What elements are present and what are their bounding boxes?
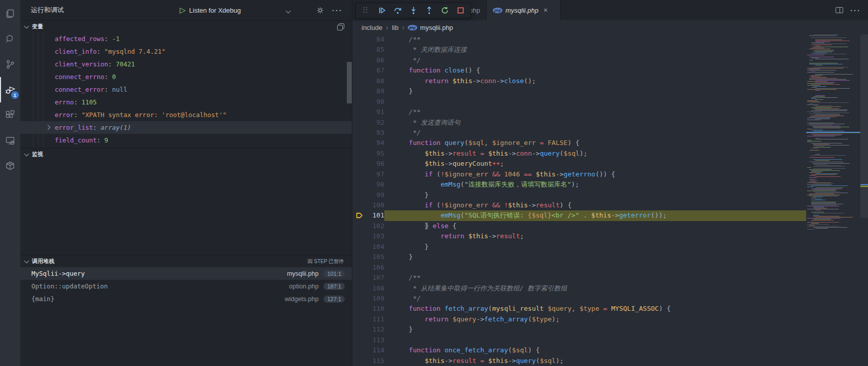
chevron-right-icon[interactable] (46, 125, 51, 130)
code-line-106[interactable]: 106 (352, 263, 868, 273)
scrollbar-slider[interactable] (860, 34, 868, 218)
line-number[interactable]: 103 (352, 231, 384, 241)
editor-more-actions-icon[interactable]: ··· (850, 6, 861, 15)
line-number[interactable]: 110 (352, 304, 384, 314)
line-number[interactable]: 106 (352, 263, 384, 273)
code-line-115[interactable]: 115 $this->result = $this->query($sql); (352, 356, 868, 366)
code-line-100[interactable]: 100 if (!$ignore_err && !$this->result) … (352, 200, 868, 210)
variable-row-error[interactable]: error: "XPATH syntax error: 'root@localh… (20, 108, 352, 121)
line-number[interactable]: 100 (352, 200, 384, 210)
line-number[interactable]: 115 (352, 356, 384, 366)
line-number[interactable]: 105 (352, 252, 384, 262)
code-line-89[interactable]: 89 } (352, 86, 868, 96)
variable-row-client_version[interactable]: client_version: 70421 (20, 58, 352, 70)
step-over-button[interactable] (391, 4, 404, 17)
code-line-102[interactable]: 102 } else { (352, 221, 868, 231)
variables-section-header[interactable]: 变量 (20, 20, 352, 32)
line-number[interactable]: 84 (352, 34, 384, 45)
minimap[interactable] (806, 34, 860, 366)
variable-row-errno[interactable]: errno: 1105 (20, 96, 352, 108)
line-number[interactable]: 97 (352, 169, 384, 179)
activity-item-extensions[interactable] (0, 102, 20, 128)
line-number[interactable]: 87 (352, 65, 384, 76)
continue-button[interactable] (375, 4, 388, 17)
line-number[interactable]: 95 (352, 149, 384, 159)
stop-button[interactable] (454, 4, 467, 17)
line-number[interactable]: 98 (352, 179, 384, 190)
code-line-87[interactable]: 87 function close() { (352, 65, 868, 76)
breadcrumb-folder[interactable]: lib (392, 24, 399, 31)
collapse-all-icon[interactable] (337, 23, 344, 30)
line-number[interactable]: 111 (352, 314, 384, 324)
activity-item-search[interactable] (0, 26, 20, 52)
line-number[interactable]: 113 (352, 335, 384, 345)
code-line-84[interactable]: 84 /** (352, 34, 868, 45)
variable-row-error_list[interactable]: error_list: array(1) (20, 121, 352, 134)
variable-row-field_count[interactable]: field_count: 9 (20, 134, 352, 147)
code-line-114[interactable]: 114 function once_fetch_array($sql) { (352, 345, 868, 355)
call-stack-frame[interactable]: {main}widgets.php127:1 (20, 292, 352, 305)
split-editor-icon[interactable] (836, 7, 843, 13)
code-line-97[interactable]: 97 if (!$ignore_err && 1046 == $this->ge… (352, 169, 868, 179)
code-line-113[interactable]: 113 (352, 335, 868, 345)
call-stack-section-header[interactable]: 调用堆栈 因 STEP 已暂停 (20, 255, 352, 267)
line-number[interactable]: 99 (352, 190, 384, 200)
activity-item-source-control[interactable] (0, 52, 20, 77)
line-number[interactable]: 112 (352, 324, 384, 335)
editor-scrollbar[interactable] (860, 34, 868, 366)
toolbar-drag-grip[interactable] (359, 4, 373, 17)
step-out-button[interactable] (422, 4, 436, 17)
breadcrumb-folder[interactable]: include (361, 24, 382, 31)
code-line-108[interactable]: 108 * 从结果集中取得一行作为关联数组/ 数字索引数组 (352, 283, 868, 294)
code-line-94[interactable]: 94 function query($sql, $ignore_err = FA… (352, 138, 868, 148)
debug-configuration-dropdown[interactable]: Listen for Xdebug (189, 7, 241, 14)
line-number[interactable]: 102 (352, 221, 384, 231)
call-stack-frame[interactable]: Option::updateOptionoption.php187:1 (20, 280, 352, 292)
line-number[interactable]: 114 (352, 345, 384, 355)
code-editor[interactable]: 84 /**85 * 关闭数据库连接86 */87 function close… (352, 34, 868, 366)
line-number[interactable]: 109 (352, 294, 384, 304)
line-number[interactable]: 86 (352, 55, 384, 65)
line-number[interactable]: 90 (352, 97, 384, 107)
activity-item-remote-explorer[interactable] (0, 128, 20, 153)
code-line-88[interactable]: 88 return $this->conn->close(); (352, 76, 868, 86)
gear-icon[interactable] (316, 7, 324, 14)
code-line-92[interactable]: 92 * 发送查询语句 (352, 118, 868, 128)
activity-item-explorer[interactable] (0, 1, 20, 26)
activity-item-run-and-debug[interactable]: 1 (0, 77, 20, 102)
restart-button[interactable] (438, 4, 451, 17)
code-line-93[interactable]: 93 */ (352, 128, 868, 138)
code-line-96[interactable]: 96 $this->queryCount++; (352, 159, 868, 169)
code-line-103[interactable]: 103 return $this->result; (352, 231, 868, 241)
line-number[interactable]: 89 (352, 86, 384, 96)
code-line-98[interactable]: 98 emMsg("连接数据库失败，请填写数据库名"); (352, 179, 868, 190)
code-line-105[interactable]: 105 } (352, 252, 868, 262)
code-line-91[interactable]: 91 /** (352, 107, 868, 117)
call-stack-frame[interactable]: MySqlii->querymysqlii.php101:1 (20, 267, 352, 280)
close-icon[interactable]: × (544, 6, 548, 14)
start-debugging-button[interactable]: ▷ (180, 6, 186, 15)
code-line-104[interactable]: 104 } (352, 242, 868, 252)
code-line-85[interactable]: 85 * 关闭数据库连接 (352, 45, 868, 55)
line-number[interactable]: 93 (352, 128, 384, 138)
code-line-109[interactable]: 109 */ (352, 294, 868, 304)
code-line-107[interactable]: 107 /** (352, 273, 868, 283)
line-number[interactable]: 91 (352, 107, 384, 117)
variable-row-client_info[interactable]: client_info: "mysqlnd 7.4.21" (20, 45, 352, 58)
step-into-button[interactable] (407, 4, 420, 17)
code-line-95[interactable]: 95 $this->result = $this->conn->query($s… (352, 149, 868, 159)
line-number[interactable]: 88 (352, 76, 384, 86)
configuration-chevron-down-icon[interactable] (286, 7, 290, 14)
variable-row-connect_error[interactable]: connect_error: null (20, 83, 352, 96)
watch-section-header[interactable]: 监视 (20, 148, 352, 160)
line-number[interactable]: 108 (352, 283, 384, 294)
code-line-99[interactable]: 99 } (352, 190, 868, 200)
code-line-86[interactable]: 86 */ (352, 55, 868, 65)
breadcrumb-file[interactable]: mysqlii.php (420, 24, 453, 31)
code-line-101[interactable]: 101 emMsg("SQL语句执行错误: {$sql}<br />" . $t… (352, 210, 868, 221)
line-number[interactable]: 104 (352, 242, 384, 252)
code-line-110[interactable]: 110 function fetch_array(mysqli_result $… (352, 304, 868, 314)
line-number[interactable]: 94 (352, 138, 384, 148)
variable-row-connect_errno[interactable]: connect_errno: 0 (20, 70, 352, 83)
tab-mysqlii-php[interactable]: php mysqlii.php × (487, 0, 561, 20)
